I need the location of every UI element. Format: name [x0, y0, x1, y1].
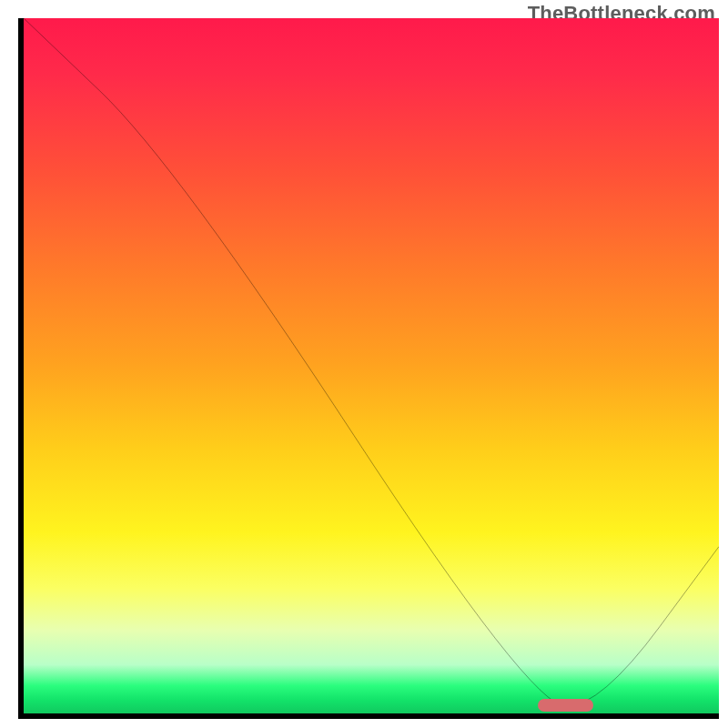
optimum-range-bar — [538, 699, 593, 712]
bottleneck-curve — [24, 18, 719, 713]
chart-frame: TheBottleneck.com — [18, 18, 719, 719]
